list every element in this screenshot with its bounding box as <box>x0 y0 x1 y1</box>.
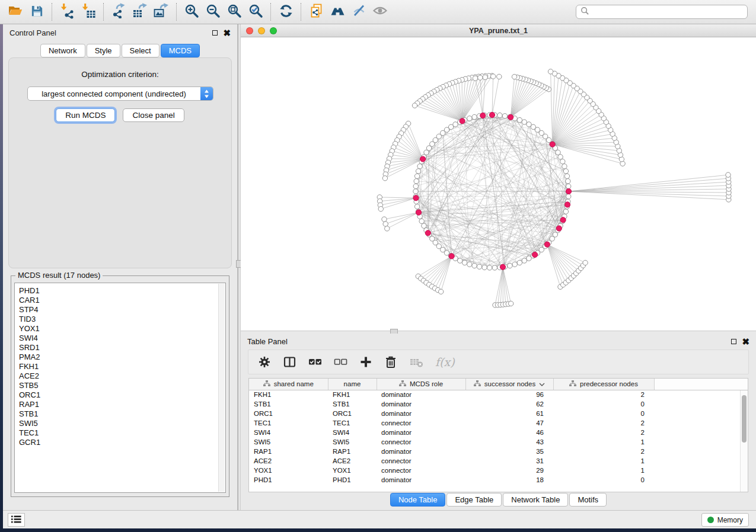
mcds-node[interactable] <box>532 252 538 257</box>
mcds-node[interactable] <box>416 210 421 215</box>
float-table-panel-icon[interactable] <box>731 339 736 344</box>
table-cell[interactable]: TEC1 <box>328 418 377 428</box>
table-cell[interactable]: SWI5 <box>328 437 377 447</box>
ring-node[interactable] <box>517 117 522 122</box>
open-file-button[interactable] <box>5 2 26 21</box>
mcds-node[interactable] <box>425 230 430 236</box>
table-cell[interactable]: 47 <box>465 418 553 428</box>
network-search-box[interactable] <box>576 5 748 19</box>
satellite-node[interactable] <box>382 176 387 181</box>
result-scrollbar-track[interactable] <box>218 284 225 492</box>
table-cell[interactable]: 62 <box>465 399 553 409</box>
result-node[interactable]: STP4 <box>19 305 225 315</box>
table-cell[interactable]: 1 <box>553 466 654 475</box>
ring-node[interactable] <box>563 209 568 214</box>
table-cell[interactable]: RAP1 <box>249 447 328 456</box>
satellite-node[interactable] <box>382 217 387 222</box>
ring-node[interactable] <box>502 114 507 118</box>
result-node[interactable]: SRD1 <box>19 343 225 352</box>
table-cell[interactable]: RAP1 <box>328 447 377 456</box>
table-cell[interactable]: 0 <box>553 475 654 485</box>
ring-node[interactable] <box>560 159 565 164</box>
satellite-node[interactable] <box>473 76 477 81</box>
satellite-node[interactable] <box>548 69 553 74</box>
table-cell[interactable]: STB1 <box>328 399 377 409</box>
ring-node[interactable] <box>414 179 419 184</box>
result-node[interactable]: STB1 <box>19 409 225 419</box>
delete-column-button[interactable] <box>384 355 397 368</box>
table-cell[interactable]: 18 <box>465 475 553 485</box>
show-column-button[interactable] <box>283 355 296 368</box>
task-history-button[interactable] <box>8 513 25 527</box>
ring-node[interactable] <box>458 258 462 263</box>
ring-node[interactable] <box>477 264 481 269</box>
satellite-node[interactable] <box>726 172 731 177</box>
ring-node[interactable] <box>512 262 517 267</box>
satellite-node[interactable] <box>583 260 588 265</box>
ring-node[interactable] <box>482 265 487 270</box>
table-row[interactable]: STB1STB1dominator620 <box>249 399 748 409</box>
table-cell[interactable]: 2 <box>553 418 654 428</box>
select-all-button[interactable] <box>308 355 322 368</box>
mcds-result-list[interactable]: PHD1CAR1STP4TID3YOX1SWI4SRD1PMA2FKH1ACE2… <box>14 283 226 493</box>
float-panel-icon[interactable] <box>212 30 218 36</box>
tab-style[interactable]: Style <box>87 44 120 57</box>
table-cell[interactable]: 2 <box>553 390 654 399</box>
ring-node[interactable] <box>566 184 571 188</box>
mcds-node[interactable] <box>550 142 555 147</box>
zoom-out-button[interactable] <box>202 2 224 21</box>
satellite-node[interactable] <box>412 103 417 108</box>
table-row[interactable]: TEC1TEC1connector472 <box>249 418 748 428</box>
table-cell[interactable]: 43 <box>465 437 553 447</box>
column-header-shared-name[interactable]: shared name <box>249 379 328 390</box>
table-row[interactable]: SWI5SWI5connector431 <box>249 437 748 447</box>
result-node[interactable]: TEC1 <box>19 428 225 438</box>
ring-node[interactable] <box>517 260 522 265</box>
table-cell[interactable]: YOX1 <box>249 466 328 475</box>
ring-node[interactable] <box>522 120 527 124</box>
table-scrollbar[interactable] <box>740 390 748 492</box>
satellite-node[interactable] <box>497 74 502 79</box>
run-mcds-button[interactable]: Run MCDS <box>56 108 115 122</box>
table-cell[interactable]: SWI5 <box>249 437 328 447</box>
table-cell[interactable]: connector <box>377 418 465 428</box>
mcds-node[interactable] <box>480 113 486 118</box>
table-cell[interactable]: dominator <box>377 399 465 409</box>
ring-node[interactable] <box>566 179 570 184</box>
table-cell[interactable]: dominator <box>377 428 465 437</box>
table-settings-button[interactable] <box>258 355 271 368</box>
mcds-node[interactable] <box>566 188 571 194</box>
result-node[interactable]: FKH1 <box>19 362 225 371</box>
network-graph[interactable] <box>241 37 756 331</box>
mcds-node[interactable] <box>544 242 550 247</box>
table-cell[interactable]: ORC1 <box>249 409 328 418</box>
table-cell[interactable]: 31 <box>465 456 553 466</box>
tab-motifs[interactable]: Motifs <box>569 493 607 507</box>
mcds-node[interactable] <box>413 196 419 201</box>
window-zoom-icon[interactable] <box>270 27 277 34</box>
table-cell[interactable]: 2 <box>553 447 654 456</box>
window-minimize-icon[interactable] <box>258 27 265 34</box>
satellite-node[interactable] <box>512 74 516 79</box>
network-canvas[interactable] <box>241 37 756 331</box>
add-column-button[interactable] <box>359 355 372 368</box>
close-panel-button[interactable]: Close panel <box>123 108 184 122</box>
column-header-successor-nodes[interactable]: successor nodes <box>465 379 553 390</box>
result-node[interactable]: SWI5 <box>19 419 225 428</box>
table-cell[interactable]: 46 <box>465 428 553 437</box>
deselect-all-button[interactable] <box>334 355 347 368</box>
satellite-node[interactable] <box>439 289 444 294</box>
mcds-node[interactable] <box>460 118 465 124</box>
satellite-node[interactable] <box>383 222 388 226</box>
table-cell[interactable]: connector <box>377 456 465 466</box>
window-close-icon[interactable] <box>246 27 253 34</box>
table-cell[interactable]: dominator <box>377 447 465 456</box>
close-table-panel-icon[interactable]: ✖ <box>742 337 749 346</box>
ring-node[interactable] <box>564 174 569 178</box>
column-header-name[interactable]: name <box>328 379 377 390</box>
export-image-button[interactable] <box>151 2 172 21</box>
satellite-node[interactable] <box>378 207 383 211</box>
show-all-button[interactable] <box>369 2 391 21</box>
first-neighbors-button[interactable] <box>327 2 348 21</box>
mcds-node[interactable] <box>420 156 426 162</box>
